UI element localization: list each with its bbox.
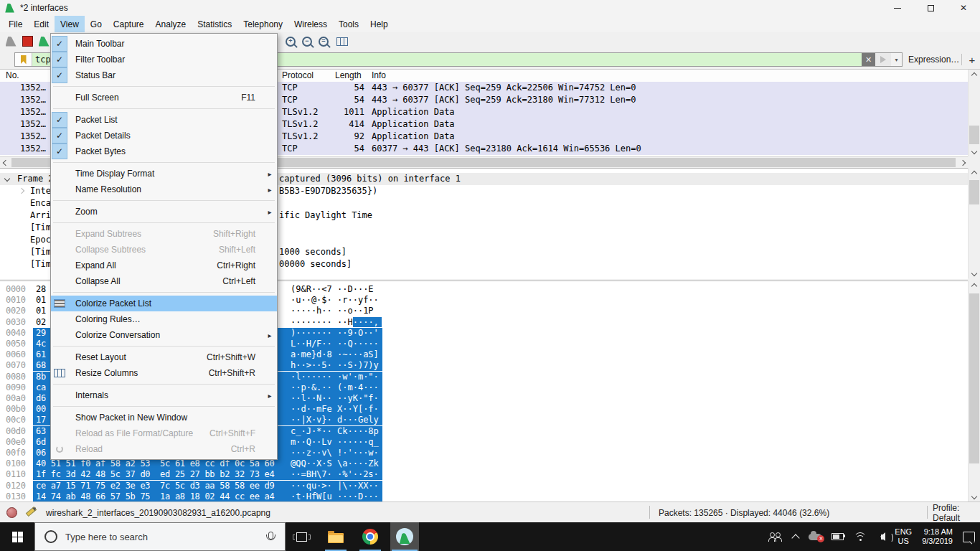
filter-dropdown-button[interactable]: ▾ <box>891 53 902 66</box>
scroll-thumb[interactable] <box>969 126 979 144</box>
column-protocol[interactable]: Protocol <box>282 70 314 80</box>
battery-button[interactable] <box>826 522 849 551</box>
scroll-up-icon[interactable] <box>969 168 979 179</box>
microphone-icon[interactable] <box>268 532 273 540</box>
menu-go[interactable]: Go <box>85 16 108 32</box>
scroll-thumb[interactable] <box>969 180 979 204</box>
wireshark-taskbar-button[interactable] <box>390 522 419 551</box>
profile-selector[interactable]: Profile: Default <box>933 502 980 523</box>
packet-list-vscrollbar[interactable] <box>968 70 980 156</box>
hex-row[interactable]: 013014 74 ab 48 66 57 5b 75 1a a8 18 02 … <box>0 491 968 502</box>
hex-bytes: 02 <box>36 317 46 328</box>
menu-item-name-resolution[interactable]: Name Resolution▸ <box>51 182 277 197</box>
stop-capture-icon <box>22 36 33 47</box>
menu-item-filter-toolbar[interactable]: ✓Filter Toolbar <box>51 52 277 67</box>
hex-row[interactable]: 0120ce a7 15 71 75 e2 3e e3 7c 5c d3 aa … <box>0 481 968 491</box>
action-center-button[interactable] <box>958 522 980 551</box>
filter-apply-button[interactable] <box>875 53 891 66</box>
ascii-bytes: ··=BH\7· ·%'··2s· <box>291 469 379 480</box>
packet-info: Application Data <box>372 131 455 143</box>
menu-wireless[interactable]: Wireless <box>288 16 333 32</box>
add-filter-button[interactable]: + <box>966 50 979 69</box>
language-button[interactable]: ENGUS <box>890 522 917 551</box>
expression-button[interactable]: Expression… <box>908 50 959 69</box>
onedrive-button[interactable]: ✕ <box>804 522 826 551</box>
close-button[interactable]: ✕ <box>947 0 980 16</box>
menu-item-colorize-conversation[interactable]: Colorize Conversation▸ <box>51 327 277 343</box>
menu-item-colorize-packet-list[interactable]: Colorize Packet List <box>51 296 277 311</box>
detail-text-right: captured (3096 bits) on interface 1 <box>279 173 461 185</box>
chrome-button[interactable] <box>356 522 385 551</box>
menu-statistics[interactable]: Statistics <box>192 16 237 32</box>
maximize-button[interactable] <box>914 0 947 16</box>
scroll-thumb[interactable] <box>969 293 979 463</box>
hex-bytes: 17 <box>36 415 46 425</box>
stop-capture-button[interactable] <box>19 34 35 49</box>
menu-help[interactable]: Help <box>364 16 394 32</box>
restart-capture-button[interactable] <box>36 34 52 49</box>
expert-info-icon[interactable] <box>6 507 17 518</box>
hex-row[interactable]: 01101f fc 3d 42 48 5c 37 d0 ed 25 27 bb … <box>0 469 968 480</box>
scroll-right-icon[interactable] <box>957 157 968 168</box>
menu-tools[interactable]: Tools <box>333 16 364 32</box>
menu-item-label: Full Screen <box>68 93 241 103</box>
network-button[interactable] <box>849 522 872 551</box>
menu-view[interactable]: View <box>55 16 85 32</box>
menu-item-resize-columns[interactable]: Resize ColumnsCtrl+Shift+R <box>51 365 277 381</box>
menu-item-full-screen[interactable]: Full ScreenF11 <box>51 90 277 105</box>
column-length[interactable]: Length <box>335 70 362 80</box>
menu-capture[interactable]: Capture <box>108 16 150 32</box>
column-no[interactable]: No. <box>6 70 19 80</box>
menu-file[interactable]: File <box>3 16 28 32</box>
task-view-button[interactable] <box>287 522 316 551</box>
restart-capture-icon <box>39 37 50 47</box>
expand-arrow-icon[interactable] <box>4 176 10 182</box>
clock-button[interactable]: 9:18 AM9/3/2019 <box>917 522 958 551</box>
capture-filename: wireshark_2_interfaces_20190903082931_a1… <box>46 502 270 523</box>
menu-item-reset-layout[interactable]: Reset LayoutCtrl+Shift+W <box>51 349 277 365</box>
minimize-button[interactable] <box>881 0 914 16</box>
collapse-arrow-icon[interactable] <box>19 188 24 194</box>
volume-button[interactable] <box>872 522 890 551</box>
menu-item-expand-all[interactable]: Expand AllCtrl+Right <box>51 258 277 273</box>
file-explorer-button[interactable] <box>321 522 350 551</box>
menu-item-packet-list[interactable]: ✓Packet List <box>51 112 277 128</box>
task-view-icon <box>296 532 307 542</box>
column-info[interactable]: Info <box>372 70 386 80</box>
zoom-reset-button[interactable]: = <box>316 34 331 49</box>
show-hidden-icons-button[interactable] <box>788 522 804 551</box>
menu-item-internals[interactable]: Internals▸ <box>51 387 277 403</box>
scroll-down-icon[interactable] <box>969 268 979 278</box>
menu-item-time-display-format[interactable]: Time Display Format▸ <box>51 166 277 182</box>
capture-comment-icon[interactable] <box>26 507 37 517</box>
menu-item-main-toolbar[interactable]: ✓Main Toolbar <box>51 36 277 52</box>
start-button[interactable] <box>0 522 34 551</box>
menu-item-show-packet-in-new-window[interactable]: Show Packet in New Window <box>51 410 277 425</box>
menu-item-zoom[interactable]: Zoom▸ <box>51 204 277 220</box>
zoom-in-button[interactable]: + <box>283 34 298 49</box>
chrome-icon <box>362 529 378 545</box>
bytes-vscrollbar[interactable] <box>968 281 980 501</box>
menu-edit[interactable]: Edit <box>28 16 55 32</box>
menu-item-packet-bytes[interactable]: ✓Packet Bytes <box>51 143 277 159</box>
people-button[interactable] <box>765 522 788 551</box>
menu-analyze[interactable]: Analyze <box>150 16 192 32</box>
menu-item-status-bar[interactable]: ✓Status Bar <box>51 67 277 83</box>
scroll-up-icon[interactable] <box>969 281 979 291</box>
menu-item-packet-details[interactable]: ✓Packet Details <box>51 128 277 143</box>
menu-item-collapse-all[interactable]: Collapse AllCtrl+Left <box>51 273 277 289</box>
scroll-down-icon[interactable] <box>969 491 979 501</box>
hex-row[interactable]: 010040 51 51 f0 af 58 a2 53 5c 61 e8 cc … <box>0 458 968 469</box>
zoom-out-button[interactable]: − <box>299 34 315 49</box>
scroll-left-icon[interactable] <box>0 157 11 168</box>
filter-bookmark-button[interactable] <box>15 53 32 66</box>
details-vscrollbar[interactable] <box>968 168 980 278</box>
filter-clear-button[interactable]: ✕ <box>862 53 875 66</box>
start-capture-button[interactable] <box>3 34 19 49</box>
menu-telephony[interactable]: Telephony <box>237 16 288 32</box>
resize-columns-button[interactable] <box>334 34 350 49</box>
scroll-up-icon[interactable] <box>969 70 979 80</box>
scroll-down-icon[interactable] <box>969 146 979 156</box>
menu-item-coloring-rules[interactable]: Coloring Rules… <box>51 311 277 327</box>
taskbar-search-input[interactable]: Type here to search <box>34 522 286 551</box>
